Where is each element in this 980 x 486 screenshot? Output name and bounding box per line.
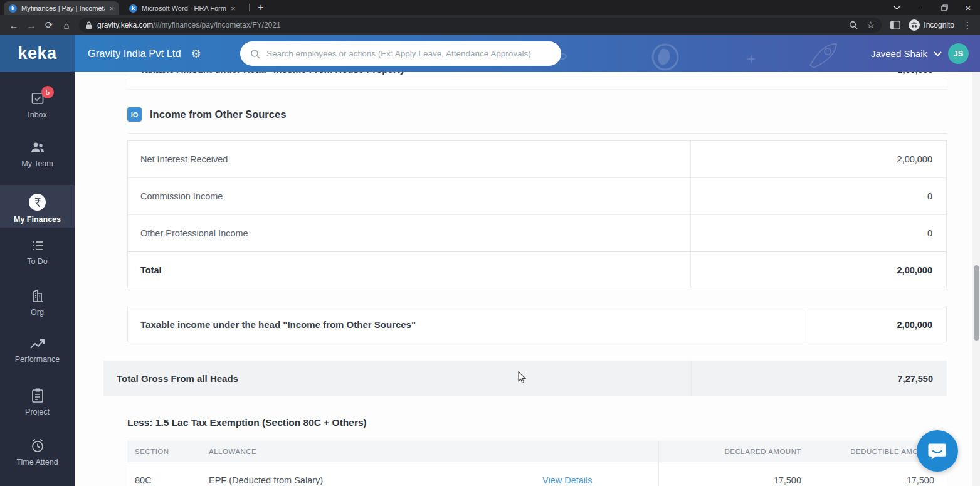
tab-title: Myfinances | Pay | Incometax | F… bbox=[21, 4, 105, 12]
row-value: 2,00,000 bbox=[897, 154, 932, 164]
lock-icon bbox=[85, 21, 92, 29]
row-value: 0 bbox=[927, 228, 932, 238]
home-icon[interactable]: ⌂ bbox=[58, 20, 75, 31]
sidebar: 5 Inbox My Team My Finances To Do bbox=[0, 72, 75, 486]
keka-logo[interactable]: keka bbox=[0, 35, 75, 72]
tab-title: Microsoft Word - HRA Form bbox=[142, 4, 226, 12]
chevron-down-icon bbox=[934, 51, 942, 56]
alarm-clock-icon bbox=[30, 438, 45, 453]
url-domain: gravity.keka.com bbox=[97, 21, 153, 29]
section-divider bbox=[127, 133, 947, 134]
tab-close-icon[interactable]: × bbox=[109, 4, 114, 13]
exemption-section: 80C bbox=[135, 462, 152, 486]
back-icon[interactable]: ← bbox=[5, 20, 23, 31]
sidebar-item-to-do[interactable]: To Do bbox=[0, 239, 75, 266]
inbox-badge: 5 bbox=[41, 86, 54, 98]
exemption-row: 80C EPF (Deducted from Salary) View Deta… bbox=[127, 462, 947, 486]
row-label: Commission Income bbox=[140, 191, 223, 201]
row-label: Net Interest Received bbox=[140, 154, 228, 164]
url-bar[interactable]: gravity.keka.com/#/myfinances/pay/income… bbox=[79, 18, 882, 33]
window-minimize-icon[interactable]: – bbox=[909, 0, 932, 15]
url-path: /#/myfinances/pay/incometax/FY/2021 bbox=[153, 21, 280, 29]
settings-gear-icon[interactable]: ⚙ bbox=[191, 47, 201, 61]
user-menu[interactable]: Javeed Shaik JS bbox=[871, 35, 969, 72]
exemption-declared: 17,500 bbox=[676, 462, 801, 486]
building-icon bbox=[30, 288, 45, 304]
global-search[interactable] bbox=[240, 41, 561, 66]
scrollbar-thumb[interactable] bbox=[974, 265, 979, 341]
exemption-table: SECTION ALLOWANCE DECLARED AMOUNT DEDUCT… bbox=[127, 441, 947, 486]
side-panel-icon[interactable] bbox=[890, 21, 900, 29]
search-input[interactable] bbox=[266, 49, 551, 58]
keka-favicon-icon: k bbox=[129, 4, 137, 13]
taxable-label: Taxable income under the head "Income fr… bbox=[140, 319, 416, 330]
browser-tab-bar: k Myfinances | Pay | Incometax | F… × k … bbox=[0, 0, 980, 15]
other-sources-table: Net Interest Received 2,00,000 Commissio… bbox=[127, 140, 947, 288]
table-row: Net Interest Received 2,00,000 bbox=[128, 141, 946, 178]
sidebar-item-performance[interactable]: Performance bbox=[0, 338, 75, 364]
keka-favicon-icon: k bbox=[9, 4, 17, 13]
taxable-value: 2,00,000 bbox=[897, 320, 932, 330]
view-details-link[interactable]: View Details bbox=[542, 462, 593, 486]
sidebar-item-inbox[interactable]: 5 Inbox bbox=[0, 91, 75, 119]
window-restore-icon[interactable] bbox=[932, 0, 956, 15]
table-row: Other Professional Income 0 bbox=[128, 215, 946, 252]
chat-fab-button[interactable] bbox=[917, 430, 958, 472]
incognito-badge: Incognito bbox=[909, 19, 954, 31]
user-name: Javeed Shaik bbox=[871, 48, 927, 59]
trend-up-icon bbox=[29, 338, 46, 351]
star-doodle-icon bbox=[746, 54, 756, 64]
exemption-deductible: 17,500 bbox=[820, 462, 934, 486]
col-allowance: ALLOWANCE bbox=[209, 441, 256, 462]
todo-list-icon bbox=[30, 239, 45, 253]
mouse-cursor bbox=[518, 371, 527, 384]
tab-close-icon[interactable]: × bbox=[231, 4, 236, 13]
company-name[interactable]: Gravity India Pvt Ltd bbox=[88, 48, 181, 60]
io-section-icon: IO bbox=[127, 107, 142, 122]
sidebar-item-my-team[interactable]: My Team bbox=[0, 140, 75, 168]
browser-menu-icon[interactable]: ⋮ bbox=[963, 20, 972, 30]
sidebar-item-org[interactable]: Org bbox=[0, 288, 75, 317]
avatar[interactable]: JS bbox=[948, 43, 969, 64]
app-header: keka Gravity India Pvt Ltd ⚙ Javeed Shai… bbox=[0, 35, 980, 72]
exemption-allowance: EPF (Deducted from Salary) bbox=[209, 462, 323, 486]
people-icon bbox=[29, 140, 46, 155]
row-value: 0 bbox=[927, 191, 932, 201]
new-tab-button[interactable]: + bbox=[254, 1, 268, 14]
taxable-other-sources-row: Taxable income under the head "Income fr… bbox=[127, 307, 947, 342]
tab-myfinances[interactable]: k Myfinances | Pay | Incometax | F… × bbox=[4, 1, 119, 15]
exemption-heading: Less: 1.5 Lac Tax Exemption (Section 80C… bbox=[127, 417, 367, 428]
reload-icon[interactable]: ⟳ bbox=[40, 19, 58, 31]
window-close-icon[interactable]: × bbox=[956, 0, 980, 15]
sidebar-item-time-attend[interactable]: Time Attend bbox=[0, 438, 75, 467]
window-chevron-icon[interactable] bbox=[885, 0, 909, 15]
clipboard-icon bbox=[31, 388, 45, 403]
total-value: 2,00,000 bbox=[897, 265, 932, 275]
rupee-icon bbox=[29, 194, 46, 211]
search-icon bbox=[250, 49, 260, 59]
sidebar-item-project[interactable]: Project bbox=[0, 388, 75, 416]
main-content: Taxable Amount under Head "Income From H… bbox=[75, 35, 972, 486]
bookmark-star-icon[interactable]: ☆ bbox=[867, 19, 875, 31]
gross-value: 7,27,550 bbox=[898, 374, 933, 384]
screen: k Myfinances | Pay | Incometax | F… × k … bbox=[0, 0, 980, 486]
row-label: Other Professional Income bbox=[140, 228, 248, 238]
sidebar-item-my-finances[interactable]: My Finances bbox=[0, 185, 75, 228]
tab-word-hra-form[interactable]: k Microsoft Word - HRA Form × bbox=[124, 1, 246, 15]
browser-address-bar: ← → ⟳ ⌂ gravity.keka.com/#/myfinances/pa… bbox=[0, 15, 980, 35]
window-controls: – × bbox=[885, 0, 980, 15]
col-section: SECTION bbox=[135, 441, 169, 462]
chat-bubble-icon bbox=[928, 442, 947, 460]
incognito-icon bbox=[909, 19, 920, 31]
zoom-icon[interactable] bbox=[849, 21, 858, 29]
table-row: Commission Income 0 bbox=[128, 178, 946, 215]
tab-divider bbox=[249, 4, 250, 11]
forward-icon[interactable]: → bbox=[23, 20, 40, 31]
astronaut-doodle-icon bbox=[651, 43, 680, 71]
gross-label: Total Gross From all Heads bbox=[117, 373, 238, 384]
rocket-doodle-icon bbox=[804, 40, 841, 70]
exemption-table-header: SECTION ALLOWANCE DECLARED AMOUNT DEDUCT… bbox=[127, 441, 947, 462]
col-declared: DECLARED AMOUNT bbox=[676, 441, 801, 462]
section-title: Income from Other Sources bbox=[150, 108, 286, 120]
scrollbar-track[interactable] bbox=[972, 72, 980, 486]
